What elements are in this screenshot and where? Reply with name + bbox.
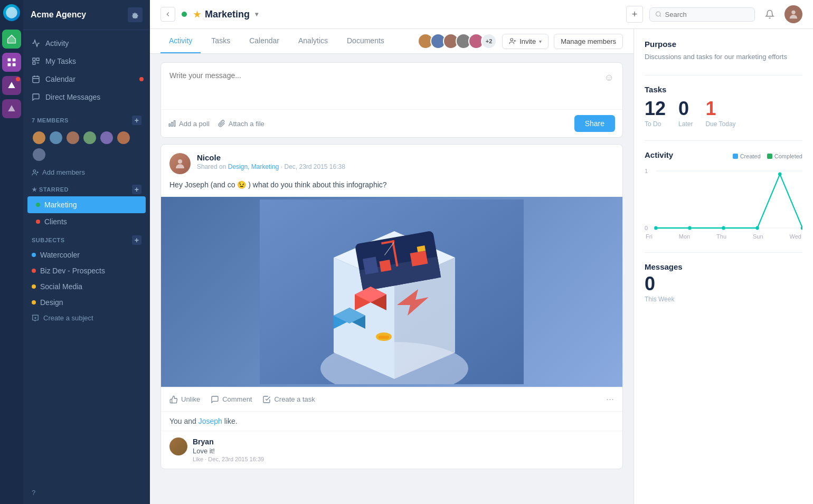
- svg-point-22: [791, 11, 795, 14]
- tab-documents[interactable]: Documents: [338, 29, 393, 53]
- emoji-button[interactable]: ☺: [604, 72, 614, 83]
- center-panel: Activity Tasks Calendar Analytics Docume…: [150, 29, 634, 504]
- add-poll-button[interactable]: Add a poll: [168, 120, 210, 128]
- more-options-button[interactable]: ···: [606, 394, 614, 405]
- clients-status-dot: [36, 220, 40, 224]
- member-avatar[interactable]: [99, 130, 114, 145]
- subject-item-watercooler[interactable]: Watercooler: [23, 247, 150, 263]
- starred-item-clients[interactable]: Clients: [27, 213, 146, 230]
- svg-rect-3: [8, 63, 11, 66]
- svg-marker-5: [8, 82, 15, 88]
- post-channels[interactable]: Design, Marketing: [228, 163, 279, 170]
- member-avatar[interactable]: [116, 130, 131, 145]
- activity-section: Activity Created Completed 1: [645, 150, 802, 240]
- svg-rect-37: [363, 256, 379, 274]
- social-media-dot: [32, 284, 36, 289]
- watercooler-dot: [32, 253, 36, 257]
- add-button[interactable]: +: [626, 6, 643, 23]
- sidebar-nav: Activity My Tasks Calendar Direct Messag…: [23, 30, 150, 110]
- reply-author-avatar[interactable]: [169, 438, 187, 455]
- share-button[interactable]: Share: [574, 115, 615, 132]
- poll-icon: [168, 120, 176, 127]
- divider-3: [645, 252, 802, 253]
- channel-title[interactable]: ★ Marketing ▾: [193, 9, 258, 20]
- svg-rect-4: [13, 63, 16, 66]
- create-task-button[interactable]: Create a task: [262, 395, 315, 404]
- invite-button[interactable]: Invite ▾: [502, 34, 549, 49]
- svg-point-20: [656, 12, 660, 16]
- svg-point-48: [755, 226, 759, 230]
- message-input[interactable]: [169, 71, 604, 103]
- user-avatar[interactable]: [784, 5, 802, 23]
- svg-rect-42: [379, 336, 389, 339]
- comment-button[interactable]: Comment: [211, 395, 252, 404]
- subject-item-social-media[interactable]: Social Media: [23, 279, 150, 294]
- manage-members-button[interactable]: Manage members: [554, 34, 623, 49]
- task-due: 1 Due Today: [705, 99, 735, 128]
- chart-label-sun: Sun: [753, 233, 763, 240]
- sidebar-item-activity[interactable]: Activity: [23, 34, 150, 52]
- sidebar-item-calendar[interactable]: Calendar: [23, 70, 150, 88]
- svg-rect-7: [33, 58, 35, 61]
- sidebar-item-my-tasks[interactable]: My Tasks: [23, 52, 150, 70]
- subject-item-bizdev[interactable]: Biz Dev - Prospects: [23, 263, 150, 279]
- task-todo-count: 12: [645, 99, 666, 118]
- tabs-right: +2 Invite ▾ Manage members: [418, 33, 623, 49]
- joseph-link[interactable]: Joseph: [198, 417, 224, 425]
- svg-rect-27: [172, 122, 173, 127]
- add-subject-button[interactable]: +: [132, 235, 141, 245]
- attach-file-button[interactable]: Attach a file: [218, 120, 264, 128]
- post-author-avatar[interactable]: [169, 153, 191, 174]
- member-avatar[interactable]: [49, 130, 63, 145]
- tab-tasks[interactable]: Tasks: [203, 29, 239, 53]
- member-avatar[interactable]: [65, 130, 80, 145]
- create-subject-button[interactable]: Create a subject: [23, 310, 150, 326]
- search-input[interactable]: [665, 11, 749, 18]
- starred-item-marketing[interactable]: Marketing: [27, 196, 146, 213]
- member-avatar[interactable]: [82, 130, 97, 145]
- rail-triangle-icon[interactable]: [2, 76, 21, 95]
- search-icon: [655, 11, 662, 18]
- svg-point-47: [722, 226, 725, 230]
- help-button[interactable]: ?: [23, 481, 150, 504]
- settings-gear-button[interactable]: [128, 7, 143, 22]
- chart-header: Activity Created Completed: [645, 150, 802, 163]
- notifications-button[interactable]: [761, 6, 778, 23]
- post-author-name: Nicole: [197, 153, 345, 162]
- rail-triangle2-icon[interactable]: [2, 99, 21, 118]
- tasks-section: Tasks 12 To Do 0 Later 1 Due Today: [645, 85, 802, 128]
- member-avatar[interactable]: [32, 130, 46, 145]
- comment-icon: [211, 395, 219, 404]
- member-avatars: +2: [418, 33, 497, 49]
- add-member-button[interactable]: +: [132, 116, 141, 125]
- svg-point-29: [178, 159, 182, 164]
- reply-content: Bryan Love it! Like · Dec, 23rd 2015 16:…: [193, 438, 614, 462]
- rail-grid-icon[interactable]: [2, 53, 21, 72]
- divider-1: [645, 75, 802, 75]
- add-starred-button[interactable]: +: [132, 185, 141, 194]
- post-image: [161, 197, 622, 387]
- members-section-header: 7 MEMBERS +: [23, 110, 150, 127]
- sidebar-item-direct-messages[interactable]: Direct Messages: [23, 88, 150, 106]
- add-members-button[interactable]: Add members: [23, 165, 150, 179]
- messages-section: Messages 0 This Week: [645, 262, 802, 303]
- bizdev-dot: [32, 269, 36, 273]
- sidebar: Acme Agency Activity My Tasks Calendar D…: [23, 0, 150, 504]
- back-button[interactable]: [160, 7, 175, 22]
- tab-calendar[interactable]: Calendar: [241, 29, 288, 53]
- post-subtitle: Shared on Design, Marketing · Dec, 23rd …: [197, 163, 345, 170]
- app-name: Acme Agency: [31, 10, 86, 20]
- member-avatar[interactable]: [32, 147, 46, 162]
- tab-analytics[interactable]: Analytics: [290, 29, 336, 53]
- svg-rect-2: [13, 59, 16, 62]
- messages-title: Messages: [645, 262, 802, 271]
- tab-activity[interactable]: Activity: [160, 29, 201, 53]
- unlike-button[interactable]: Unlike: [169, 395, 200, 404]
- rail-home-icon[interactable]: [2, 30, 21, 49]
- subject-item-design[interactable]: Design: [23, 294, 150, 310]
- topbar: ★ Marketing ▾ +: [150, 0, 813, 29]
- app-logo[interactable]: [3, 4, 20, 21]
- plus-count-badge[interactable]: +2: [481, 33, 497, 49]
- svg-rect-8: [36, 58, 39, 61]
- post-reply: Bryan Love it! Like · Dec, 23rd 2015 16:…: [161, 431, 622, 469]
